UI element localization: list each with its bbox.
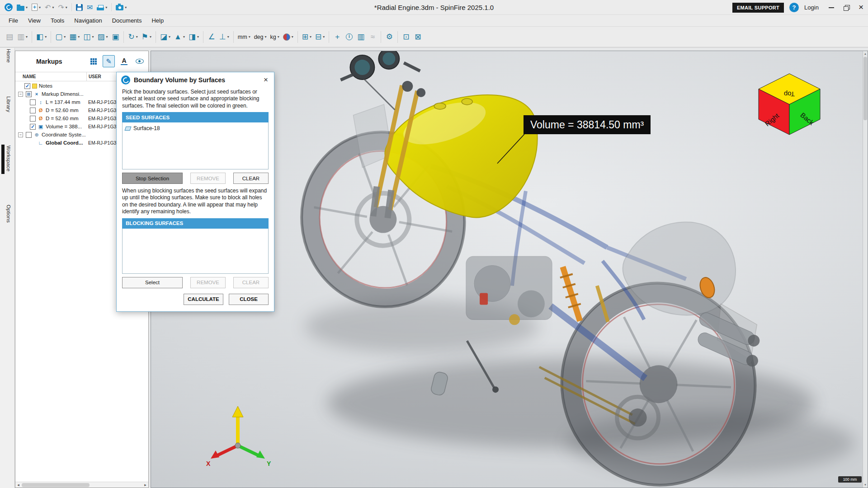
scroll-right-icon[interactable] bbox=[142, 482, 148, 488]
viewport-layout-icon[interactable]: ▦▾ bbox=[67, 29, 81, 45]
section-tool-icon-dropdown-icon[interactable]: ▾ bbox=[197, 35, 199, 39]
rotation-tool-icon[interactable]: ↻▾ bbox=[126, 29, 139, 45]
side-tab-options[interactable]: Options bbox=[6, 205, 14, 225]
email-support-button[interactable]: EMAIL SUPPORT bbox=[732, 3, 784, 13]
scroll-thumb[interactable] bbox=[22, 483, 90, 487]
rotation-tool-icon-dropdown-icon[interactable]: ▾ bbox=[136, 35, 138, 39]
scroll-left-icon[interactable] bbox=[15, 482, 21, 488]
dialog-close-button[interactable]: CLOSE bbox=[229, 294, 269, 305]
stop-selection-button[interactable]: Stop Selection bbox=[122, 173, 183, 184]
side-tab-library[interactable]: Library bbox=[6, 96, 14, 114]
exploded-view-icon[interactable]: ▲▾ bbox=[172, 29, 187, 45]
engine[interactable] bbox=[466, 257, 552, 325]
standard-views-icon[interactable]: ◫▾ bbox=[81, 29, 95, 45]
app-logo[interactable] bbox=[3, 1, 14, 13]
compare-models-icon[interactable]: ⊞▾ bbox=[300, 29, 313, 45]
insert-document-icon-dropdown-icon[interactable]: ▾ bbox=[39, 5, 41, 9]
tree-checkbox[interactable] bbox=[30, 99, 36, 105]
viewport-vertical-scrollbar[interactable] bbox=[863, 51, 868, 488]
tree-collapse-toggle[interactable]: − bbox=[18, 92, 23, 97]
popout-window-icon[interactable]: ⊡ bbox=[400, 29, 412, 45]
mass-units-dropdown-icon[interactable]: ▾ bbox=[278, 35, 279, 39]
markup-edit-icon[interactable]: ✎ bbox=[103, 55, 115, 67]
markup-tools-icon-dropdown-icon[interactable]: ▾ bbox=[150, 35, 151, 39]
tree-checkbox[interactable] bbox=[30, 116, 36, 122]
help-icon[interactable]: ? bbox=[789, 3, 799, 12]
blocking-select-button[interactable]: Select bbox=[122, 277, 183, 288]
dialog-titlebar[interactable]: Boundary Volume by Surfaces × bbox=[117, 72, 274, 88]
tree-collapse-toggle[interactable]: − bbox=[18, 132, 23, 137]
panel-horizontal-scrollbar[interactable] bbox=[15, 482, 148, 488]
grid-view-icon[interactable] bbox=[87, 55, 99, 67]
datum-measure-icon[interactable]: ⊥▾ bbox=[217, 29, 231, 45]
minimize-icon[interactable] bbox=[829, 7, 834, 8]
probe-point-icon[interactable]: + bbox=[331, 29, 343, 45]
markup-tools-icon[interactable]: ⚑▾ bbox=[140, 29, 153, 45]
image-capture-icon-dropdown-icon[interactable]: ▾ bbox=[45, 35, 47, 39]
print-icon-dropdown-icon[interactable]: ▾ bbox=[105, 5, 107, 9]
text-markup-icon[interactable]: A bbox=[118, 55, 130, 67]
navigation-cube[interactable]: Top Right Back bbox=[757, 72, 825, 140]
seed-clear-button[interactable]: CLEAR bbox=[233, 173, 269, 184]
model-info-icon[interactable]: ⊟▾ bbox=[313, 29, 326, 45]
view-state-icon-dropdown-icon[interactable]: ▾ bbox=[26, 35, 28, 39]
menu-documents[interactable]: Documents bbox=[107, 17, 147, 24]
model-archive-icon[interactable]: ▣ bbox=[109, 29, 121, 45]
column-name[interactable]: NAME bbox=[15, 74, 86, 79]
model-info-icon-dropdown-icon[interactable]: ▾ bbox=[323, 35, 325, 39]
blocking-surfaces-list[interactable] bbox=[122, 229, 269, 274]
exploded-view-icon-dropdown-icon[interactable]: ▾ bbox=[183, 35, 185, 39]
angle-measure-icon[interactable]: ∠ bbox=[206, 29, 217, 45]
statistics-icon[interactable]: ▥ bbox=[355, 29, 367, 45]
visibility-icon[interactable] bbox=[133, 55, 146, 67]
email-icon[interactable]: ✉ bbox=[85, 1, 94, 13]
tree-checkbox[interactable] bbox=[26, 132, 32, 138]
capture-icon[interactable]: ▾ bbox=[114, 1, 128, 13]
tree-checkbox[interactable] bbox=[30, 124, 36, 130]
viewport-layout-icon-dropdown-icon[interactable]: ▾ bbox=[78, 35, 80, 39]
compare-models-icon-dropdown-icon[interactable]: ▾ bbox=[310, 35, 311, 39]
open-document-icon-dropdown-icon[interactable]: ▾ bbox=[26, 5, 28, 9]
menu-help[interactable]: Help bbox=[146, 17, 169, 24]
external-view-icon[interactable]: ⊠ bbox=[412, 29, 424, 45]
scroll-up-icon[interactable] bbox=[863, 51, 868, 56]
print-icon[interactable]: ▾ bbox=[95, 1, 109, 13]
tree-checkbox[interactable] bbox=[26, 91, 32, 97]
mass-units[interactable]: kg▾ bbox=[269, 29, 281, 45]
info-icon[interactable] bbox=[343, 29, 355, 45]
section-tool-icon[interactable]: ◨▾ bbox=[187, 29, 201, 45]
save-icon[interactable] bbox=[74, 1, 85, 13]
dialog-close-icon[interactable]: × bbox=[262, 75, 269, 84]
viewport-scroll-thumb[interactable] bbox=[863, 57, 867, 120]
angle-units-dropdown-icon[interactable]: ▾ bbox=[265, 35, 267, 39]
length-units-dropdown-icon[interactable]: ▾ bbox=[249, 35, 250, 39]
capture-icon-dropdown-icon[interactable]: ▾ bbox=[125, 5, 127, 9]
angle-units[interactable]: deg▾ bbox=[252, 29, 269, 45]
side-tab-workspace[interactable]: Workspace bbox=[6, 145, 14, 173]
locale-icon[interactable]: ▾ bbox=[281, 29, 295, 45]
login-link[interactable]: Login bbox=[804, 4, 819, 11]
gauges[interactable] bbox=[340, 51, 420, 110]
seed-surfaces-list[interactable]: Surface-18 bbox=[122, 122, 269, 169]
length-units[interactable]: mm▾ bbox=[236, 29, 252, 45]
menu-tools[interactable]: Tools bbox=[46, 17, 69, 24]
restore-icon[interactable] bbox=[843, 5, 849, 10]
volume-annotation[interactable]: Volume = 38814.50 mm³ bbox=[524, 115, 651, 134]
insert-document-icon[interactable]: ▾ bbox=[30, 1, 42, 13]
datum-measure-icon-dropdown-icon[interactable]: ▾ bbox=[227, 35, 229, 39]
redo-icon-dropdown-icon[interactable]: ▾ bbox=[66, 5, 67, 9]
menu-view[interactable]: View bbox=[23, 17, 46, 24]
side-tab-home[interactable]: Home bbox=[6, 49, 14, 65]
callout-tool-icon[interactable]: ◪▾ bbox=[158, 29, 172, 45]
open-document-icon[interactable]: ▾ bbox=[15, 1, 29, 13]
transparency-icon[interactable]: ▨▾ bbox=[95, 29, 109, 45]
locale-icon-dropdown-icon[interactable]: ▾ bbox=[292, 35, 293, 39]
tree-checkbox[interactable] bbox=[30, 108, 36, 113]
close-icon[interactable] bbox=[859, 4, 863, 12]
image-capture-icon[interactable]: ◧▾ bbox=[34, 29, 48, 45]
transparency-icon-dropdown-icon[interactable]: ▾ bbox=[106, 35, 108, 39]
render-mode-icon-dropdown-icon[interactable]: ▾ bbox=[64, 35, 66, 39]
scroll-down-icon[interactable] bbox=[863, 482, 868, 488]
standard-views-icon-dropdown-icon[interactable]: ▾ bbox=[92, 35, 94, 39]
calculate-button[interactable]: CALCULATE bbox=[184, 294, 223, 305]
